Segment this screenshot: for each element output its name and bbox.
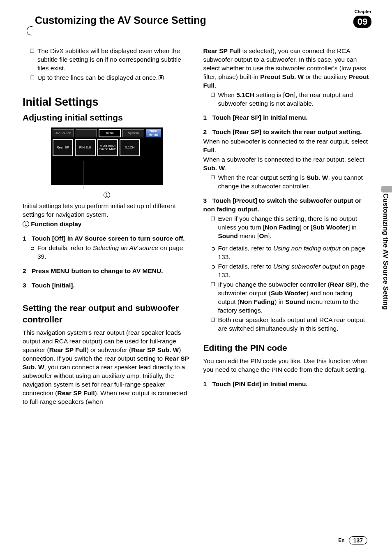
bullet-item: Up to three lines can be displayed at on… bbox=[30, 74, 191, 82]
leader-line bbox=[83, 161, 83, 189]
bullet-item: Both rear speaker leads output and RCA r… bbox=[211, 316, 372, 333]
detail-ref: For details, refer to Using non fading o… bbox=[211, 244, 372, 262]
ss-btn-mute: Mute Input /Guide Mute bbox=[97, 139, 118, 156]
end-of-section-icon bbox=[159, 75, 164, 80]
page-header: Customizing the AV Source Setting Chapte… bbox=[23, 12, 371, 31]
step-2: 2Press MENU button to change to AV MENU. bbox=[23, 267, 191, 276]
subsection-heading-pin: Editing the PIN code bbox=[203, 342, 372, 354]
step-3-preout: 3Touch [Preout] to switch the subwoofer … bbox=[203, 197, 372, 214]
bullet-item: When 5.1CH setting is [On], the rear out… bbox=[211, 91, 372, 108]
ss-btn-rear-sp: Rear SP bbox=[53, 139, 73, 156]
header-title: Customizing the AV Source Setting bbox=[23, 14, 206, 29]
chapter-number-badge: 09 bbox=[353, 16, 371, 28]
footer-language: En bbox=[338, 537, 344, 543]
left-column: The DivX subtitles will be displayed eve… bbox=[23, 47, 191, 407]
side-tab-label: Customizing the AV Source Setting bbox=[381, 193, 390, 374]
body-text: This navigation system's rear output (re… bbox=[23, 329, 191, 406]
side-tab: Customizing the AV Source Setting bbox=[381, 193, 392, 374]
subsection-heading-rear-output: Setting the rear output and subwoofer co… bbox=[23, 302, 191, 326]
footer-page-number: 137 bbox=[349, 536, 367, 544]
step-1-pin-edit: 1Touch [PIN Edit] in Initial menu. bbox=[203, 380, 372, 389]
detail-ref: For details, refer to Using subwoofer ou… bbox=[211, 262, 372, 280]
step-1: 1Touch [Off] in AV Source screen to turn… bbox=[23, 234, 191, 243]
right-column: Rear SP Full is selected), you can conne… bbox=[203, 47, 372, 407]
ss-btn-blank bbox=[142, 139, 161, 156]
ss-tab-navi-menu: NAVI MENU bbox=[146, 129, 161, 137]
bullet-item: The DivX subtitles will be displayed eve… bbox=[30, 47, 191, 73]
intro-text: Initial settings lets you perform initia… bbox=[23, 202, 191, 219]
bullet-item: If you change the subwoofer controller (… bbox=[211, 280, 372, 315]
body-text: You can edit the PIN code you like. Use … bbox=[203, 357, 372, 374]
callout-marker: 1 bbox=[104, 192, 110, 198]
ss-btn-51ch: 5.1CH bbox=[120, 139, 140, 156]
page-footer: En 137 bbox=[338, 536, 367, 544]
function-display-label: 1 Function display bbox=[23, 220, 191, 229]
detail-ref: For details, refer to Selecting an AV so… bbox=[30, 244, 191, 261]
ss-tab-initial: Initial bbox=[99, 129, 121, 137]
section-heading-initial-settings: Initial Settings bbox=[23, 95, 191, 109]
side-tab-marker bbox=[381, 186, 392, 192]
chapter-label: Chapter bbox=[354, 9, 371, 14]
body-text-continued: Rear SP Full is selected), you can conne… bbox=[203, 47, 372, 90]
bullet-item: When the rear output setting is Sub. W, … bbox=[211, 174, 372, 191]
ss-tab-system: System bbox=[122, 129, 144, 137]
step-2-rear-sp: 2Touch [Rear SP] to switch the rear outp… bbox=[203, 128, 372, 137]
bullet-item: Even if you change this setting, there i… bbox=[211, 215, 372, 241]
subsection-heading-adjusting: Adjusting initial settings bbox=[23, 112, 191, 123]
ss-tab-av-source: AV Source bbox=[53, 129, 74, 137]
body-text: When no subwoofer is connected to the re… bbox=[203, 137, 372, 155]
ss-tab-blank bbox=[76, 129, 97, 137]
step-3: 3Touch [Initial]. bbox=[23, 281, 191, 290]
step-1-rear-sp: 1Touch [Rear SP] in Initial menu. bbox=[203, 114, 372, 122]
ui-screenshot: AV Source Initial System NAVI MENU Rear … bbox=[23, 127, 191, 199]
ss-btn-pin-edit: PIN Edit bbox=[75, 139, 95, 156]
body-text: When a subwoofer is connected to the rea… bbox=[203, 155, 372, 173]
